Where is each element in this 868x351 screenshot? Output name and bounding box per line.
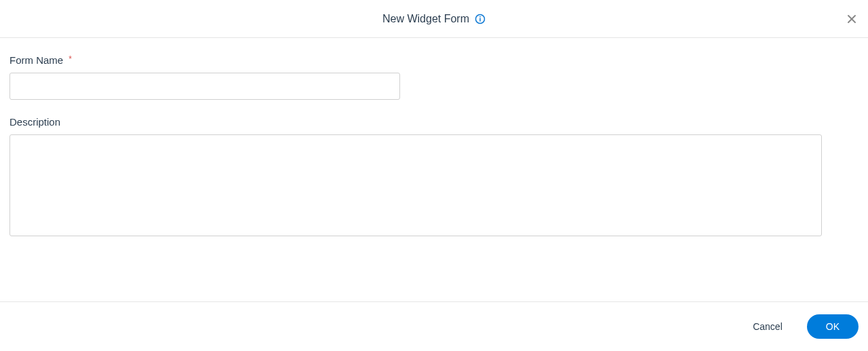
required-asterisk: * [68,54,72,64]
dialog-title-container: New Widget Form [382,13,486,25]
svg-point-2 [479,16,481,17]
close-button[interactable] [844,11,860,27]
dialog-header: New Widget Form [0,0,868,38]
form-name-group: Form Name * [9,54,859,100]
form-name-label-text: Form Name [9,54,63,66]
dialog-title: New Widget Form [382,13,469,25]
dialog-body: Form Name * Description [0,38,868,238]
info-icon[interactable] [475,14,486,24]
description-group: Description [9,116,859,238]
form-name-label: Form Name * [9,54,859,66]
ok-button[interactable]: OK [807,314,859,339]
form-name-input[interactable] [9,73,400,100]
dialog-footer: Cancel OK [0,301,868,351]
description-input[interactable] [9,134,822,236]
cancel-button[interactable]: Cancel [745,316,791,337]
description-label: Description [9,116,859,128]
